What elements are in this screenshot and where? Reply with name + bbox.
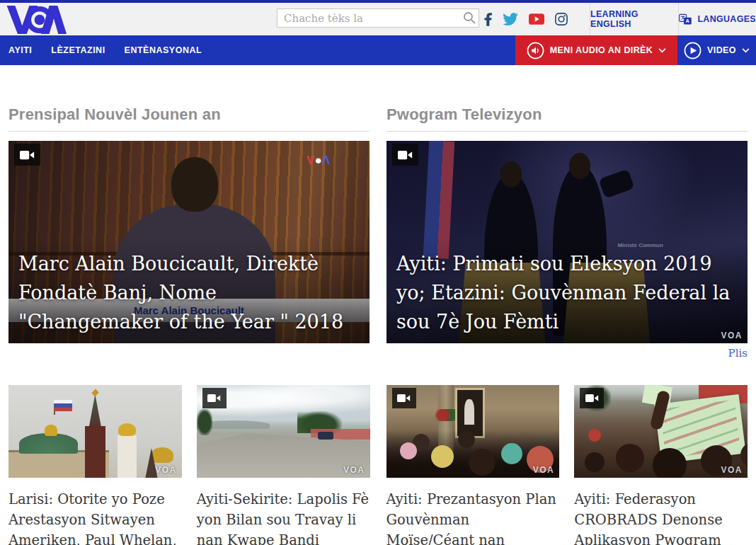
languages-label: LANGUAGES	[697, 14, 756, 24]
voa-logo[interactable]	[5, 6, 73, 34]
feature-story-link[interactable]: Ministè Commun VOA Ayiti: Primati sou El…	[386, 141, 748, 343]
card-thumbnail-image: VOA	[386, 385, 560, 478]
play-icon	[684, 42, 701, 59]
site-header: LEARNING ENGLISH A LANGUAGES	[0, 3, 756, 35]
bell-tower-art	[118, 435, 137, 478]
voa-watermark-bug: V●Λ	[307, 154, 330, 168]
instagram-link[interactable]	[555, 13, 568, 25]
main-content: Prensipal Nouvèl Jounen an V●Λ Marc Alai…	[0, 105, 756, 545]
kremlin-tower-art	[85, 426, 105, 478]
video-camera-icon	[397, 394, 411, 403]
interviewee-head	[171, 157, 218, 212]
section-principal-news: Prensipal Nouvèl Jounen an V●Λ Marc Alai…	[8, 105, 370, 360]
main-navigation: AYITI LÈZETAZINI ENTÈNASYONAL MENI AUDIO…	[0, 35, 756, 65]
story-card-link[interactable]: VOA Ayiti: Federasyon CROBRADS Denonse A…	[574, 385, 748, 545]
chevron-down-icon	[742, 48, 750, 53]
section-rule	[386, 131, 748, 132]
voa-watermark: VOA	[721, 465, 743, 475]
search-input[interactable]	[277, 8, 479, 28]
person-silhouette	[464, 399, 475, 425]
feature-headline: Marc Alain Boucicault, Direktè Fondatè B…	[18, 249, 364, 336]
search-box	[277, 8, 479, 28]
live-audio-menu-label: MENI AUDIO AN DIRÈK	[550, 45, 653, 55]
gold-dome-art	[45, 425, 57, 436]
video-badge	[202, 388, 227, 408]
gold-dome-art	[118, 423, 135, 436]
twitter-link[interactable]	[503, 13, 518, 25]
story-card-link[interactable]: VOA Ayiti-Sekirite: Lapolis Fè yon Bilan…	[197, 385, 370, 545]
card-thumbnail-image: VOA	[197, 385, 370, 478]
youtube-link[interactable]	[529, 13, 544, 25]
chevron-down-icon	[658, 48, 666, 53]
video-camera-icon	[207, 394, 221, 403]
card-thumbnail-image: VOA	[574, 385, 748, 478]
search-button[interactable]	[462, 11, 477, 25]
sign-writing-art	[660, 399, 740, 458]
nav-item-lezetazini[interactable]: LÈZETAZINI	[51, 35, 105, 65]
speaker-icon	[527, 42, 544, 59]
instagram-icon	[555, 13, 568, 25]
svg-text:A: A	[686, 18, 690, 24]
card-headline: Ayiti-Sekirite: Lapolis Fè yon Bilan sou…	[197, 489, 370, 545]
vehicle-art	[318, 432, 333, 440]
feature-headline: Ayiti: Primati sou Eleksyon 2019 yo; Eta…	[396, 249, 742, 336]
video-badge	[392, 144, 418, 166]
russian-flag-art	[54, 400, 72, 411]
live-audio-menu-button[interactable]: MENI AUDIO AN DIRÈK	[515, 35, 677, 65]
voa-watermark: VOA	[343, 465, 365, 475]
languages-link[interactable]: A LANGUAGES	[679, 3, 756, 35]
voa-watermark: VOA	[533, 465, 555, 475]
voa-news-page: LEARNING ENGLISH A LANGUAGES AYITI LÈZET…	[0, 0, 756, 545]
facebook-link[interactable]	[484, 13, 492, 26]
video-menu-label: VIDEO	[707, 45, 736, 55]
search-icon	[462, 11, 476, 25]
video-camera-icon	[398, 150, 413, 160]
more-link-row: Plis	[386, 347, 748, 360]
feature-story-link[interactable]: V●Λ Marc Alain Boucicault Marc Alain Bou…	[8, 141, 370, 343]
top-sections: Prensipal Nouvèl Jounen an V●Λ Marc Alai…	[8, 105, 748, 360]
section-rule	[8, 131, 370, 132]
section-title: Pwogram Televizyon	[386, 105, 748, 124]
story-cards-row: VOA Larisi: Otorite yo Poze Arestasyon S…	[8, 385, 748, 545]
youtube-icon	[529, 13, 544, 25]
section-title: Prensipal Nouvèl Jounen an	[8, 105, 370, 124]
section-tv-programs: Pwogram Televizyon Ministè Commun	[386, 105, 748, 360]
twitter-icon	[503, 13, 518, 25]
decoration-art	[435, 409, 455, 421]
more-link[interactable]: Plis	[728, 347, 748, 360]
crowd-heads-art	[585, 452, 605, 472]
video-badge	[14, 144, 40, 166]
voa-watermark: VOA	[155, 465, 177, 475]
kremlin-green-dome-art	[19, 433, 78, 454]
nav-item-entenasyonal[interactable]: ENTÈNASYONAL	[125, 35, 202, 65]
story-card-link[interactable]: VOA Ayiti: Prezantasyon Plan Gouvènman M…	[386, 385, 560, 545]
card-headline: Ayiti: Federasyon CROBRADS Denonse Aplik…	[574, 489, 748, 545]
card-thumbnail-image: VOA	[8, 385, 182, 478]
tree-art	[197, 409, 212, 435]
voa-watermark: VOA	[721, 331, 743, 340]
video-badge	[580, 388, 604, 408]
learning-english-link[interactable]: LEARNING ENGLISH	[590, 3, 678, 35]
seated-crowd-art	[400, 442, 417, 459]
translate-icon: A	[679, 12, 692, 27]
card-headline: Larisi: Otorite yo Poze Arestasyon Sitwa…	[8, 489, 182, 545]
social-links	[484, 3, 568, 35]
story-card-link[interactable]: VOA Larisi: Otorite yo Poze Arestasyon S…	[8, 385, 182, 545]
video-menu-button[interactable]: VIDEO	[677, 35, 756, 65]
nav-item-ayiti[interactable]: AYITI	[8, 35, 32, 65]
video-camera-icon	[20, 150, 35, 160]
speaker-head	[500, 161, 522, 188]
voa-logo-icon	[5, 6, 73, 34]
video-camera-icon	[585, 394, 599, 403]
facebook-icon	[484, 13, 492, 26]
video-badge	[392, 388, 416, 408]
card-headline: Ayiti: Prezantasyon Plan Gouvènman Moïse…	[386, 489, 560, 545]
